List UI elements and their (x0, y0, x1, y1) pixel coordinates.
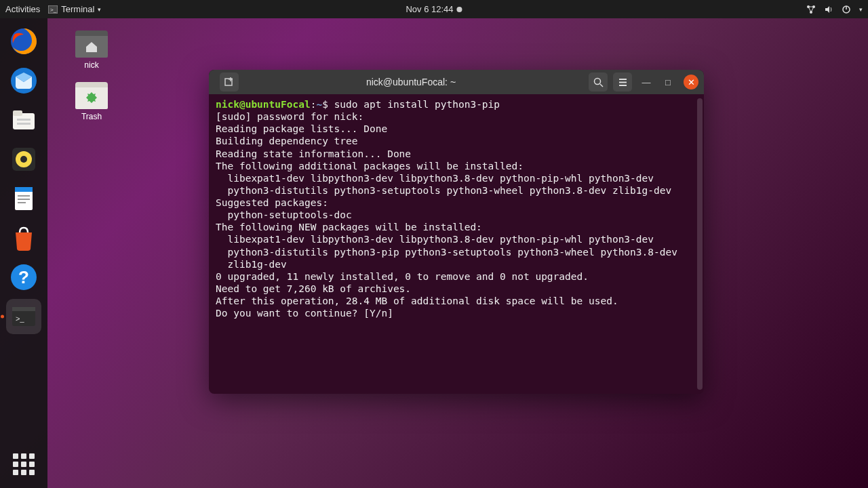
app-menu-label: Terminal (61, 4, 94, 14)
power-indicator[interactable] (842, 5, 851, 14)
firefox-icon (9, 26, 39, 56)
folder-home-icon (75, 30, 108, 58)
dock-firefox[interactable] (6, 24, 41, 59)
search-button[interactable] (589, 73, 608, 92)
svg-text:>_: >_ (50, 7, 57, 13)
svg-line-30 (600, 84, 603, 87)
svg-rect-20 (18, 202, 26, 203)
terminal-icon: >_ (9, 302, 39, 331)
svg-rect-18 (18, 195, 30, 197)
dock-rhythmbox[interactable] (6, 142, 41, 177)
minimize-button[interactable]: — (640, 76, 652, 88)
desktop-home-folder[interactable]: nick (68, 30, 115, 70)
terminal-output: [sudo] password for nick: Reading packag… (216, 111, 677, 319)
speaker-app-icon (9, 144, 39, 174)
desktop-trash[interactable]: Trash (68, 82, 115, 121)
files-icon (9, 105, 39, 135)
notification-dot-icon (457, 7, 462, 12)
clock[interactable]: Nov 6 12:44 (406, 4, 462, 14)
volume-indicator[interactable] (824, 5, 833, 14)
dock-files[interactable] (6, 102, 41, 138)
dock-terminal[interactable]: >_ (6, 299, 41, 334)
dock: ? >_ (0, 18, 47, 488)
command-text: sudo apt install python3-pip (334, 99, 500, 110)
search-icon (593, 77, 604, 87)
terminal-app-icon: >_ (48, 5, 58, 14)
trash-icon (75, 82, 108, 109)
svg-point-29 (594, 78, 600, 84)
dock-writer[interactable] (6, 181, 41, 216)
new-tab-button[interactable] (220, 73, 239, 92)
close-icon: ✕ (688, 77, 695, 87)
terminal-window: nick@ubuntuFocal: ~ — □ ✕ nick@ubuntuFoc… (209, 70, 704, 394)
maximize-button[interactable]: □ (662, 76, 674, 88)
svg-rect-17 (15, 187, 33, 192)
app-menu[interactable]: >_ Terminal ▾ (48, 4, 101, 14)
prompt-path: ~ (316, 99, 322, 110)
window-title: nick@ubuntuFocal: ~ (239, 77, 583, 87)
show-applications[interactable] (6, 453, 41, 488)
titlebar[interactable]: nick@ubuntuFocal: ~ — □ ✕ (209, 70, 704, 94)
network-indicator[interactable] (806, 5, 816, 14)
chevron-down-icon: ▾ (859, 6, 863, 13)
svg-rect-19 (18, 199, 30, 200)
prompt-user: nick@ubuntuFocal (216, 99, 311, 110)
clock-text: Nov 6 12:44 (406, 4, 453, 14)
maximize-icon: □ (665, 77, 671, 87)
top-bar: Activities >_ Terminal ▾ Nov 6 12:44 ▾ (0, 0, 868, 18)
desktop-home-label: nick (68, 60, 115, 70)
svg-rect-24 (12, 307, 35, 311)
help-icon: ? (9, 262, 39, 292)
close-button[interactable]: ✕ (684, 75, 698, 89)
svg-text:>_: >_ (16, 314, 24, 323)
thunderbird-icon (9, 66, 39, 96)
menu-button[interactable] (613, 73, 632, 92)
dock-thunderbird[interactable] (6, 63, 41, 98)
dock-help[interactable]: ? (6, 260, 41, 295)
new-tab-icon (224, 77, 235, 87)
dock-software[interactable] (6, 220, 41, 256)
svg-rect-11 (17, 119, 31, 121)
speaker-icon (824, 5, 833, 14)
shopping-bag-icon (9, 223, 39, 253)
document-icon (9, 184, 39, 214)
minimize-icon: — (642, 77, 651, 87)
chevron-down-icon: ▾ (98, 6, 101, 13)
svg-rect-10 (13, 110, 22, 116)
activities-label: Activities (5, 4, 40, 14)
activities-button[interactable]: Activities (5, 4, 40, 14)
desktop-icons: nick Trash (68, 30, 115, 134)
scrollbar[interactable] (697, 98, 703, 390)
network-icon (806, 5, 816, 14)
power-icon (842, 5, 851, 14)
prompt-symbol: $ (322, 99, 328, 110)
apps-grid-icon (13, 453, 35, 475)
svg-point-15 (20, 156, 27, 163)
desktop-trash-label: Trash (68, 112, 115, 121)
svg-rect-12 (17, 123, 31, 125)
terminal-body[interactable]: nick@ubuntuFocal:~$ sudo apt install pyt… (209, 94, 704, 394)
hamburger-icon (618, 77, 628, 87)
svg-text:?: ? (18, 267, 29, 287)
